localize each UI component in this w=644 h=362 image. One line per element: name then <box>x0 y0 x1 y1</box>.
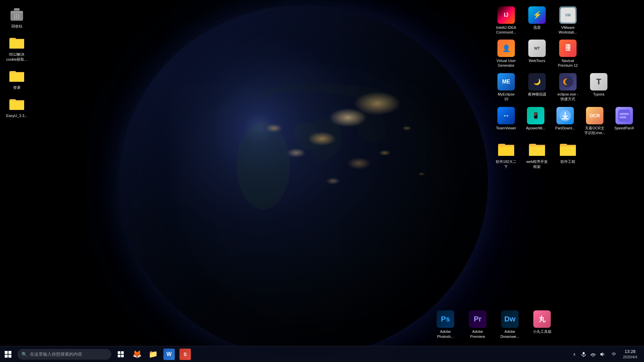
windows-logo <box>5 351 11 358</box>
class-folder-icon <box>9 68 25 84</box>
myeclipse-label: MyEclipse10 <box>498 92 515 102</box>
folder-softeng-label: 软件工程 <box>560 159 575 164</box>
webtours-icon: WT <box>528 40 546 57</box>
earth-sphere <box>119 5 488 357</box>
premiere-label: AdobePremiere <box>470 329 485 339</box>
premiere-icon: Pr <box>469 310 486 328</box>
taskbar-firefox[interactable]: 🦊 <box>129 347 144 362</box>
atmosphere-glow <box>119 5 488 357</box>
desktop-icon-typora[interactable]: T Typora <box>584 72 613 103</box>
xiaowantools-label: 小丸工具箱 <box>533 329 551 334</box>
svg-rect-15 <box>118 351 120 354</box>
navicat-label: NavicatPremium 12 <box>558 58 578 68</box>
desktop-icon-navicat[interactable]: 🗄 NavicatPremium 12 <box>553 38 583 69</box>
desktop-icon-intellij[interactable]: IJ IntelliJ IDEACommunit... <box>491 5 521 36</box>
cookies-folder-label: 0512解决cookie获取... <box>6 52 28 62</box>
desktop-right-icons: IJ IntelliJ IDEACommunit... ⚡ 迅雷 VM VMwa… <box>486 0 644 178</box>
desktop-icon-dreamweaver[interactable]: Dw AdobeDreamwe... <box>495 309 525 340</box>
desktop-icon-webtours[interactable]: WT WebTours <box>522 38 552 69</box>
desktop-icon-folder-softeng[interactable]: 软件工程 <box>553 139 583 170</box>
yeshen-label: 夜神模拟器 <box>528 92 546 97</box>
svg-marker-22 <box>600 352 603 356</box>
desktop-icon-speedpanx[interactable]: SpeedPanX <box>609 106 639 137</box>
tray-volume[interactable] <box>598 350 606 358</box>
lanjing-label: 迅雷 <box>533 25 541 30</box>
svg-rect-13 <box>620 113 629 115</box>
tianruocr-label: 天着OCR文字识别.exe... <box>584 126 605 135</box>
desktop-left-icons: 回收站 0512解决cookie获取... 资课 EasyU_3.3... <box>0 0 34 124</box>
desktop-icon-teamviewer[interactable]: ↔ TeamViewer <box>491 106 521 137</box>
folder-webdev-icon <box>528 140 546 158</box>
typora-label: Typora <box>593 92 604 97</box>
desktop-icon-xiaowantools[interactable]: 丸 小丸工具箱 <box>527 309 557 340</box>
task-view-button[interactable] <box>113 347 128 362</box>
vmware-icon: VM <box>559 6 577 24</box>
folder-webdev-label: web程序开发框架 <box>526 159 548 169</box>
search-placeholder: 在这里输入你想搜索的内容 <box>30 351 82 357</box>
desktop-icon-lanjing[interactable]: ⚡ 迅雷 <box>522 5 552 36</box>
svg-rect-2 <box>11 11 23 13</box>
apowermirror-icon: 📱 <box>527 107 544 124</box>
ime-indicator[interactable]: 中 <box>609 351 619 357</box>
desktop-icon-vmware[interactable]: VM VMwareWorkstati... <box>553 5 583 36</box>
desktop-icon-class-folder[interactable]: 资课 <box>3 66 30 91</box>
taskbar-explorer[interactable]: 📁 <box>146 347 160 362</box>
folder-softeng-icon <box>559 140 577 158</box>
xiaowantools-icon: 丸 <box>533 310 551 328</box>
easyu-icon <box>9 96 25 112</box>
speedpanx-label: SpeedPanX <box>614 126 634 130</box>
taskbar-clock[interactable]: 13:28 2020/4/4 <box>619 346 641 362</box>
desktop-icon-easyu[interactable]: EasyU_3.3... <box>3 95 30 119</box>
pandownload-icon <box>556 107 574 124</box>
svg-rect-14 <box>620 116 626 118</box>
speedpanx-icon <box>615 107 633 124</box>
tray-chevron[interactable]: ∧ <box>570 350 578 358</box>
tray-microphone[interactable] <box>580 350 588 358</box>
bottom-app-icons: Ps AdobePhotosh... Pr AdobePremiere Dw A… <box>431 309 557 340</box>
desktop-icon-photoshop[interactable]: Ps AdobePhotosh... <box>431 309 460 340</box>
start-button[interactable] <box>0 346 16 362</box>
tray-network[interactable] <box>589 350 597 358</box>
eclipse-label: eclipse.exe -快捷方式 <box>557 92 578 102</box>
webtours-label: WebTours <box>529 58 545 63</box>
pandownload-label: PanDownl... <box>555 126 575 130</box>
desktop-icon-folder-webdev[interactable]: web程序开发框架 <box>522 139 552 170</box>
intellij-label: IntelliJ IDEACommunit... <box>496 25 516 35</box>
recycle-bin-label: 回收站 <box>11 24 22 28</box>
clock-time: 13:28 <box>625 349 636 355</box>
folder-soft182-label: 软件182大二下 <box>496 159 517 169</box>
desktop-icon-virtualuser[interactable]: 👤 Virtual UserGenerator <box>491 38 521 69</box>
desktop-icon-pandownload[interactable]: PanDownl... <box>550 106 580 137</box>
clock-date: 2020/4/4 <box>623 355 637 359</box>
svg-rect-17 <box>118 355 120 357</box>
system-tray: ∧ <box>568 346 609 362</box>
easyu-label: EasyU_3.3... <box>6 113 28 118</box>
dreamweaver-icon: Dw <box>501 310 519 328</box>
svg-rect-16 <box>121 351 124 354</box>
desktop-icon-eclipse[interactable]: eclipse.exe -快捷方式 <box>553 72 583 103</box>
taskbar-app5[interactable]: S <box>178 347 193 362</box>
taskbar: 🔍 在这里输入你想搜索的内容 🦊 📁 W S ∧ <box>0 346 644 362</box>
photoshop-icon: Ps <box>437 310 454 328</box>
virtualuser-icon: 👤 <box>497 40 515 57</box>
eclipse-icon <box>559 73 577 90</box>
desktop-icon-myeclipse[interactable]: ME MyEclipse10 <box>491 72 521 103</box>
apowermirror-label: ApowerMi... <box>526 126 545 130</box>
desktop-icon-folder-soft182[interactable]: 软件182大二下 <box>491 139 521 170</box>
desktop-icon-premiere[interactable]: Pr AdobePremiere <box>463 309 492 340</box>
teamviewer-label: TeamViewer <box>496 126 516 130</box>
folder-soft182-icon <box>497 140 515 158</box>
desktop-icon-recycle[interactable]: 回收站 <box>3 5 30 30</box>
myeclipse-icon: ME <box>497 73 515 90</box>
desktop-icon-yeshen[interactable]: 🌙 夜神模拟器 <box>522 72 552 103</box>
vmware-label: VMwareWorkstati... <box>559 25 577 35</box>
desktop-icon-cookies-folder[interactable]: 0512解决cookie获取... <box>3 33 30 63</box>
svg-rect-3 <box>14 8 19 10</box>
cookies-folder-icon <box>9 35 25 51</box>
desktop-icon-apowermirror[interactable]: 📱 ApowerMi... <box>521 106 550 137</box>
taskbar-search[interactable]: 🔍 在这里输入你想搜索的内容 <box>17 349 111 360</box>
navicat-icon: 🗄 <box>559 40 577 57</box>
taskbar-word[interactable]: W <box>162 347 176 362</box>
svg-rect-11 <box>562 118 569 119</box>
desktop-icon-tianruocr[interactable]: OCR 天着OCR文字识别.exe... <box>580 106 609 137</box>
